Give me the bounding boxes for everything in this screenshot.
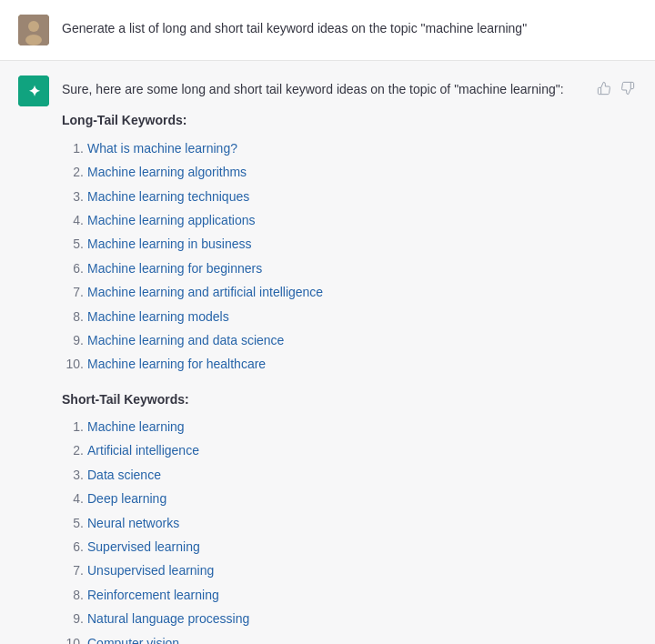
short-tail-title: Short-Tail Keywords: <box>62 389 637 409</box>
list-item: 6. Supervised learning <box>62 537 637 557</box>
thumbs-down-button[interactable] <box>619 79 637 97</box>
keyword-text: Machine learning <box>87 417 185 437</box>
thumbs-down-icon <box>620 81 635 96</box>
keyword-text: Machine learning applications <box>87 210 255 230</box>
list-item: 5. Machine learning in business <box>62 234 637 254</box>
list-item: 8. Reinforcement learning <box>62 585 637 605</box>
list-item: 1. What is machine learning? <box>62 138 637 158</box>
keyword-text: Unsupervised learning <box>87 560 214 580</box>
keyword-text: Machine learning for healthcare <box>87 354 266 374</box>
keyword-text: Machine learning techniques <box>87 186 249 206</box>
list-item: 7. Unsupervised learning <box>62 560 637 580</box>
keyword-text: Machine learning and artificial intellig… <box>87 282 323 302</box>
assistant-intro: Sure, here are some long and short tail … <box>62 79 564 99</box>
user-message-text: Generate a list of long and short tail k… <box>62 18 637 38</box>
keyword-text: Machine learning algorithms <box>87 162 247 182</box>
long-tail-list: 1. What is machine learning? 2. Machine … <box>62 138 637 375</box>
gpt-avatar: ✦ <box>18 75 49 106</box>
user-message: Generate a list of long and short tail k… <box>0 0 655 61</box>
keyword-text: Machine learning and data science <box>87 330 284 350</box>
list-item: 7. Machine learning and artificial intel… <box>62 282 637 302</box>
short-tail-list: 1. Machine learning 2. Artificial intell… <box>62 417 637 644</box>
list-item: 3. Data science <box>62 465 637 485</box>
keyword-text: Natural language processing <box>87 609 249 629</box>
keyword-text: Reinforcement learning <box>87 585 219 605</box>
list-item: 3. Machine learning techniques <box>62 186 637 206</box>
chat-container: Generate a list of long and short tail k… <box>0 0 655 644</box>
svg-point-2 <box>25 35 42 45</box>
list-item: 1. Machine learning <box>62 417 637 437</box>
list-item: 4. Deep learning <box>62 488 637 508</box>
list-item: 10. Computer vision. <box>62 633 637 644</box>
keyword-text: What is machine learning? <box>87 138 237 158</box>
keyword-text: Machine learning in business <box>87 234 252 254</box>
long-tail-title: Long-Tail Keywords: <box>62 110 637 130</box>
svg-point-1 <box>28 21 39 32</box>
keyword-text: Neural networks <box>87 513 179 533</box>
keyword-text: Machine learning for beginners <box>87 258 262 278</box>
list-item: 2. Machine learning algorithms <box>62 162 637 182</box>
assistant-message-content: Sure, here are some long and short tail … <box>62 75 637 644</box>
user-avatar <box>18 15 49 45</box>
assistant-message: ✦ Sure, here are some long and short tai… <box>0 61 655 644</box>
message-header-row: Sure, here are some long and short tail … <box>62 79 637 110</box>
thumbs-up-button[interactable] <box>595 79 613 97</box>
list-item: 10. Machine learning for healthcare <box>62 354 637 374</box>
list-item: 4. Machine learning applications <box>62 210 637 230</box>
keyword-text: Deep learning <box>87 488 166 508</box>
list-item: 2. Artificial intelligence <box>62 440 637 460</box>
keyword-text: Machine learning models <box>87 307 229 327</box>
keyword-text: Supervised learning <box>87 537 200 557</box>
message-actions <box>595 79 637 97</box>
list-item: 8. Machine learning models <box>62 307 637 327</box>
keyword-text: Artificial intelligence <box>87 440 199 460</box>
list-item: 5. Neural networks <box>62 513 637 533</box>
keyword-text: Computer vision. <box>87 633 183 644</box>
list-item: 9. Machine learning and data science <box>62 330 637 350</box>
list-item: 6. Machine learning for beginners <box>62 258 637 278</box>
thumbs-up-icon <box>597 81 611 96</box>
svg-text:✦: ✦ <box>28 84 41 99</box>
list-item: 9. Natural language processing <box>62 609 637 629</box>
user-message-content: Generate a list of long and short tail k… <box>62 15 637 38</box>
keyword-text: Data science <box>87 465 161 485</box>
